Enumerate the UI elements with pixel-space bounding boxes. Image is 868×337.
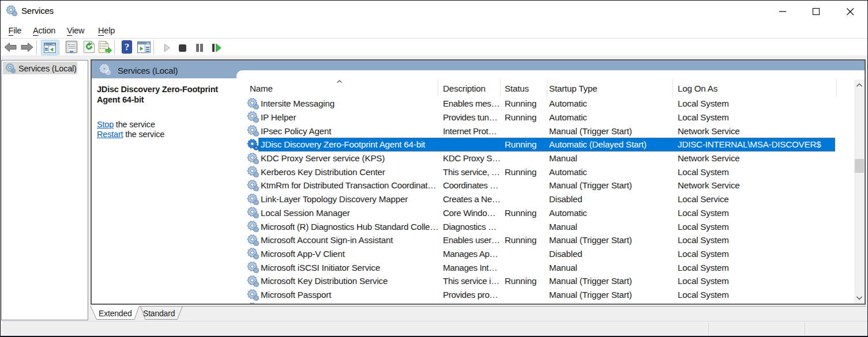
svg-text:?: ? (125, 41, 129, 52)
